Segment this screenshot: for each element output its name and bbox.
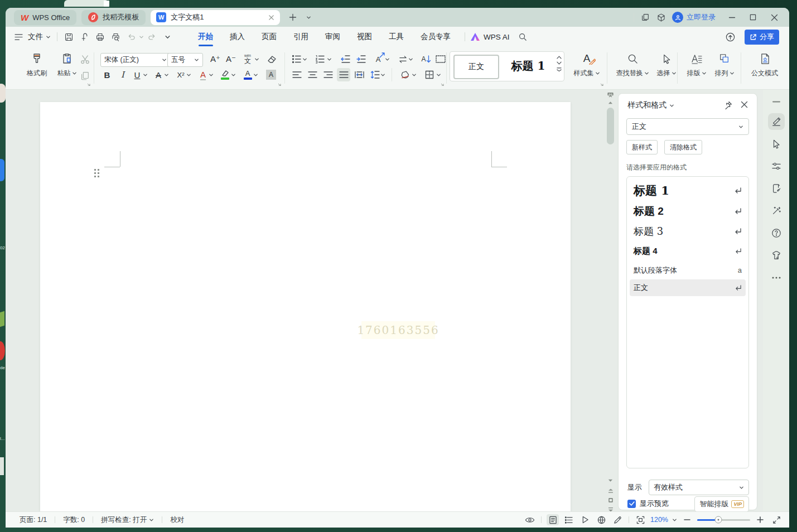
tab-docer-templates[interactable]: 找稻壳模板 (81, 10, 146, 25)
font-color-button[interactable]: A (241, 68, 254, 81)
character-scale-button[interactable]: A (371, 52, 385, 66)
menu-view[interactable]: 视图 (349, 27, 380, 47)
wps-ai-button[interactable]: WPS AI (471, 33, 510, 41)
justify-button[interactable] (337, 68, 350, 81)
new-style-button[interactable]: 新样式 (626, 140, 658, 154)
increase-indent-button[interactable] (355, 52, 368, 66)
superscript-button[interactable]: X² (174, 68, 187, 81)
page-view-icon[interactable] (547, 514, 559, 525)
menu-home[interactable]: 开始 (190, 27, 221, 47)
page-count[interactable]: 页面: 1/1 (20, 515, 47, 525)
skin-theme-tool[interactable] (768, 247, 785, 264)
borders-chevron[interactable] (436, 72, 441, 78)
numbered-list-button[interactable] (313, 52, 327, 66)
italic-button[interactable]: I (116, 68, 129, 81)
clear-format-button[interactable]: 清除格式 (664, 140, 702, 154)
settings-sliders-tool[interactable] (768, 158, 785, 175)
scroll-up-arrow[interactable] (606, 99, 615, 107)
bold-button[interactable]: B (100, 68, 114, 81)
scroll-down-arrow[interactable] (606, 477, 615, 485)
tab-list-chevron[interactable] (301, 10, 316, 25)
tab-wps-home[interactable]: W WPS Office (14, 10, 76, 25)
export-pdf-button[interactable] (77, 30, 91, 44)
underline-chevron[interactable] (143, 72, 148, 78)
zoom-level-chevron[interactable] (672, 518, 677, 523)
integration-box-icon[interactable] (654, 10, 668, 25)
current-style-select[interactable]: 正文 (626, 118, 749, 135)
font-size-select[interactable]: 五号 (167, 53, 203, 67)
spellcheck-status[interactable]: 拼写检查: 打开 (101, 515, 154, 525)
undo-button[interactable] (124, 30, 138, 44)
minimize-button[interactable] (721, 8, 742, 27)
menu-reference[interactable]: 引用 (285, 27, 317, 47)
print-button[interactable] (93, 30, 107, 44)
fullscreen-button[interactable] (770, 514, 782, 525)
line-spacing-button[interactable] (368, 68, 381, 81)
style-gallery-body[interactable]: 正文 (453, 55, 499, 79)
official-document-mode-button[interactable]: 公文模式 (744, 50, 785, 78)
close-panel-icon[interactable] (741, 101, 748, 108)
menu-member[interactable]: 会员专享 (412, 27, 459, 47)
menu-review[interactable]: 审阅 (317, 27, 349, 47)
bullet-list-button[interactable] (290, 52, 303, 66)
magic-wand-tool[interactable] (768, 202, 785, 219)
display-style-select[interactable]: 有效样式 (649, 480, 749, 495)
web-layout-icon[interactable] (595, 514, 607, 525)
paste-chevron[interactable] (72, 71, 77, 76)
swap-chevron[interactable] (408, 57, 413, 62)
share-button[interactable]: 分享 (745, 30, 779, 45)
ruler-toggle-icon[interactable] (606, 91, 615, 99)
line-spacing-chevron[interactable] (380, 72, 385, 78)
collapse-dash-icon[interactable] (768, 96, 785, 107)
clear-format-eraser-button[interactable] (265, 52, 279, 66)
style-item-default-font[interactable]: 默认段落字体 a (627, 261, 748, 279)
zoom-in-button[interactable] (754, 514, 766, 525)
decrease-font-button[interactable]: A⁻ (224, 52, 238, 66)
outline-view-icon[interactable] (563, 514, 575, 525)
file-menu[interactable]: 文件 (26, 27, 54, 47)
ink-pen-icon[interactable] (611, 514, 624, 525)
zoom-level-value[interactable]: 120% (650, 516, 668, 524)
hamburger-menu-icon[interactable] (11, 30, 26, 44)
signature-document-tool[interactable] (768, 180, 785, 197)
distribute-button[interactable] (352, 68, 366, 81)
scrollbar-thumb[interactable] (607, 108, 614, 144)
style-item-heading3[interactable]: 标题 3 (627, 221, 748, 241)
style-item-heading2[interactable]: 标题 2 (627, 201, 748, 221)
typeset-button[interactable]: 排版 (682, 50, 712, 78)
word-count[interactable]: 字数: 0 (63, 515, 85, 525)
sort-button[interactable]: A (419, 52, 433, 66)
save-button[interactable] (61, 30, 76, 44)
strikethrough-button[interactable]: A (152, 68, 165, 81)
fit-page-icon[interactable] (634, 514, 646, 525)
increase-font-button[interactable]: A⁺ (209, 52, 222, 66)
more-quick-actions-chevron[interactable] (160, 30, 175, 44)
cloud-upload-button[interactable] (723, 30, 737, 44)
more-tools-dots[interactable] (768, 269, 785, 286)
menu-insert[interactable]: 插入 (221, 27, 253, 47)
format-painter-button[interactable]: 格式刷 (21, 50, 52, 78)
menu-page[interactable]: 页面 (253, 27, 285, 47)
zoom-slider[interactable] (697, 519, 750, 521)
cut-button[interactable] (78, 52, 91, 66)
preview-eye-icon[interactable] (524, 514, 536, 525)
two-way-swap-button[interactable] (396, 52, 409, 66)
bullet-list-chevron[interactable] (302, 57, 307, 62)
previous-page-button[interactable] (606, 487, 615, 495)
style-group-expand[interactable] (600, 81, 605, 86)
gallery-scroll-up[interactable] (557, 56, 562, 59)
align-right-button[interactable] (321, 68, 335, 81)
highlight-color-button[interactable] (219, 68, 232, 81)
numbered-list-chevron[interactable] (327, 57, 332, 62)
new-tab-button[interactable] (286, 10, 300, 25)
search-button[interactable] (515, 30, 530, 44)
pinyin-guide-button[interactable]: wén文 (241, 52, 254, 66)
shading-chevron[interactable] (412, 72, 417, 78)
text-effect-chevron[interactable] (209, 72, 214, 78)
paragraph-shading-button[interactable] (398, 68, 412, 81)
borders-button[interactable] (423, 68, 436, 81)
align-left-button[interactable] (290, 68, 303, 81)
clipboard-group-expand[interactable] (87, 81, 91, 86)
underline-button[interactable]: U (131, 68, 144, 81)
login-button[interactable]: 立即登录 (672, 12, 716, 23)
